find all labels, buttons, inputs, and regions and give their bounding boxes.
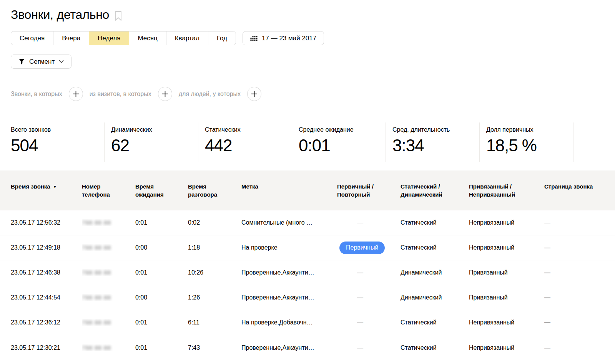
call-page-value: — [544,269,603,276]
filter-group-people-label: для людей, у которых [179,91,241,98]
talk-time: 7:43 [188,344,241,351]
talk-time: 1:26 [188,294,241,301]
period-tab-group: Сегодня Вчера Неделя Месяц Квартал Год [11,31,236,45]
phone-number-blurred: 798 88 88 [82,294,111,301]
wait-time: 0:01 [135,269,188,276]
metric-total-calls: Всего звонков 504 [11,122,105,162]
add-people-filter-button[interactable] [247,87,261,101]
call-tag: Сомнительные (много … [241,219,337,226]
table-row: 23.05.17 12:49:18 798 88 88 0:00 1:18 На… [0,235,615,260]
page-header: Звонки, детально Сегодня Вчера Неделя Ме… [0,0,615,101]
filter-group-visits-label: из визитов, в которых [90,91,151,98]
wait-time: 0:00 [135,294,188,301]
page-title: Звонки, детально [11,8,109,22]
chevron-down-icon [59,60,64,63]
metric-label: Сред. длительность [392,126,476,133]
column-header-talk-time: Время разговора [188,170,241,210]
column-header-bound-unbound: Привязанный / Непривязанный [469,170,544,210]
call-time: 23.05.17 12:36:12 [11,319,82,326]
metric-first-call-share: Доля первичных 18,5 % [480,122,573,162]
call-time: 23.05.17 12:30:21 [11,344,82,351]
call-time: 23.05.17 12:56:32 [11,219,82,226]
column-header-primary-repeat: Первичный / Повторный [337,170,401,210]
primary-repeat-value: — [357,294,363,301]
segment-button[interactable]: Сегмент [11,55,71,69]
primary-call-badge: Первичный [339,242,385,254]
bound-unbound-value: Непривязанный [469,344,544,351]
call-page-value: — [544,244,603,251]
calls-table: Время звонка▼ Номер телефона Время ожида… [0,170,615,360]
primary-repeat-value: — [357,319,363,326]
tab-week[interactable]: Неделя [89,31,129,45]
title-row: Звонки, детально [11,5,603,24]
date-range-button[interactable]: 17 — 23 май 2017 [243,31,324,45]
call-time: 23.05.17 12:44:54 [11,294,82,301]
bookmark-icon[interactable] [115,11,122,21]
talk-time: 0:02 [188,219,241,226]
table-row: 23.05.17 12:56:32 798 88 88 0:01 0:02 Со… [0,210,615,235]
call-tag: На проверке [241,244,337,251]
column-header-call-time[interactable]: Время звонка▼ [11,170,82,210]
period-controls: Сегодня Вчера Неделя Месяц Квартал Год 1… [11,31,603,45]
tab-year[interactable]: Год [208,31,236,45]
tab-today[interactable]: Сегодня [11,31,53,45]
metric-value: 18,5 % [486,136,570,155]
static-dynamic-value: Статический [401,344,469,351]
static-dynamic-value: Статический [401,219,469,226]
metric-static: Статических 442 [198,122,292,162]
talk-time: 6:11 [188,319,241,326]
primary-repeat-value: — [357,219,363,226]
phone-number-blurred: 798 88 88 [82,269,111,276]
wait-time: 0:00 [135,244,188,251]
bound-unbound-value: Непривязанный [469,319,544,326]
primary-repeat-value: — [357,269,363,276]
tab-month[interactable]: Месяц [129,31,166,45]
add-visit-filter-button[interactable] [158,87,172,101]
column-header-wait-time: Время ожидания [135,170,188,210]
metric-label: Среднее ожидание [299,126,382,133]
call-time: 23.05.17 12:46:38 [11,269,82,276]
add-call-filter-button[interactable] [69,87,83,101]
phone-number-blurred: 798 88 88 [82,344,111,351]
static-dynamic-value: Статический [401,319,469,326]
summary-metrics: Всего звонков 504 Динамических 62 Статич… [11,122,603,162]
call-tag: Проверенные,Аккаунти… [241,269,337,276]
tab-yesterday[interactable]: Вчера [53,31,89,45]
metric-avg-wait: Среднее ожидание 0:01 [292,122,386,162]
talk-time: 1:18 [188,244,241,251]
segment-label: Сегмент [29,58,55,66]
metric-label: Всего звонков [11,126,101,133]
static-dynamic-value: Динамический [401,269,469,276]
call-page-value: — [544,344,603,351]
wait-time: 0:01 [135,344,188,351]
bound-unbound-value: Непривязанный [469,219,544,226]
metric-value: 504 [11,136,101,155]
metric-label: Динамических [111,126,195,133]
table-row: 23.05.17 12:44:54 798 88 88 0:00 1:26 Пр… [0,285,615,310]
static-dynamic-value: Статический [401,244,469,251]
table-header: Время звонка▼ Номер телефона Время ожида… [0,170,615,210]
table-row: 23.05.17 12:30:21 798 88 88 0:01 7:43 Пр… [0,335,615,360]
call-page-value: — [544,294,603,301]
bound-unbound-value: Привязанный [469,269,544,276]
bound-unbound-value: Привязанный [469,294,544,301]
wait-time: 0:01 [135,219,188,226]
call-time: 23.05.17 12:49:18 [11,244,82,251]
sort-desc-icon[interactable]: ▼ [53,185,57,189]
date-range-label: 17 — 23 май 2017 [262,35,316,42]
table-row: 23.05.17 12:46:38 798 88 88 0:01 10:26 П… [0,260,615,285]
metric-label: Доля первичных [486,126,570,133]
wait-time: 0:01 [135,319,188,326]
metric-dynamic: Динамических 62 [105,122,198,162]
table-row: 23.05.17 12:36:12 798 88 88 0:01 6:11 На… [0,310,615,335]
bound-unbound-value: Непривязанный [469,244,544,251]
metric-value: 0:01 [299,136,382,155]
column-header-tag: Метка [241,170,337,210]
call-page-value: — [544,319,603,326]
column-header-phone: Номер телефона [82,170,135,210]
phone-number-blurred: 798 88 88 [82,244,111,251]
tab-quarter[interactable]: Квартал [166,31,208,45]
talk-time: 10:26 [188,269,241,276]
filter-builder: Звонки, в которых из визитов, в которых … [11,87,603,101]
metric-label: Статических [205,126,289,133]
